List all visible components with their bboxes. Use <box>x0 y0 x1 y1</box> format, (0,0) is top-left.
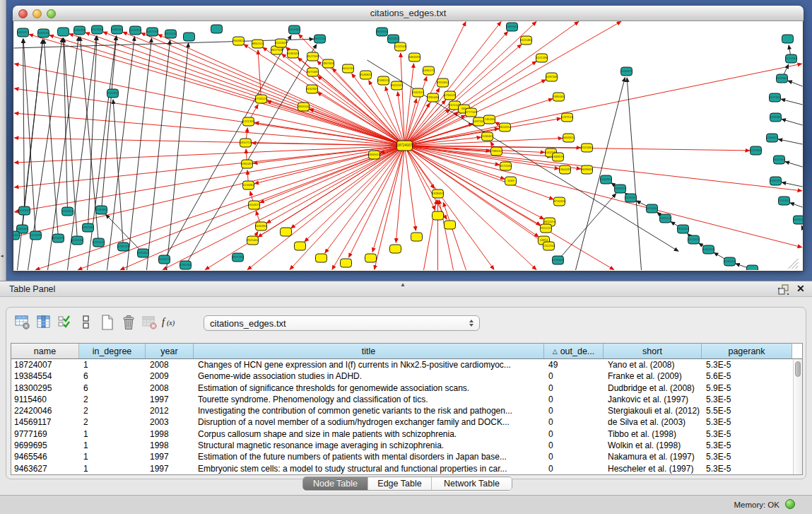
graph-node[interactable]: 7663822 <box>233 37 245 45</box>
graph-node[interactable]: 1115688 <box>30 231 42 240</box>
graph-node[interactable] <box>782 35 794 43</box>
graph-node[interactable]: 1467138 <box>146 28 158 36</box>
graph-node[interactable]: 1145194 <box>71 236 83 245</box>
graph-node[interactable]: 1621064 <box>773 156 785 164</box>
graph-node[interactable]: 1964095 <box>559 165 571 174</box>
graph-node[interactable]: 7815526 <box>165 30 177 38</box>
close-panel-icon[interactable]: ✕ <box>796 283 805 294</box>
row-height-button[interactable] <box>76 315 97 333</box>
graph-node[interactable]: 8454749 <box>342 64 354 73</box>
graph-node[interactable]: 1516682 <box>242 181 254 189</box>
graph-node[interactable]: 1990446 <box>427 93 439 102</box>
graph-node[interactable]: 1735992 <box>95 206 107 214</box>
tab-edge-table[interactable]: Edge Table <box>368 477 432 490</box>
graph-node[interactable]: 1640994 <box>255 222 267 230</box>
splitter-grip-icon[interactable]: ▲ <box>400 281 406 288</box>
graph-node[interactable]: 9115460 <box>581 144 593 152</box>
graph-node[interactable]: 6379197 <box>625 194 637 202</box>
network-graph[interactable]: 1405572206914010653281527602646616010719… <box>13 21 803 270</box>
graph-node[interactable]: 1701650 <box>778 197 790 205</box>
graph-node[interactable]: 1071912 <box>129 26 141 35</box>
column-header-in_degree[interactable]: in_degree <box>79 344 146 358</box>
graph-node[interactable]: 2935114 <box>659 214 671 223</box>
graph-node[interactable] <box>295 242 306 250</box>
graph-node[interactable]: 1640954 <box>600 175 612 184</box>
graph-node[interactable]: 2718120 <box>255 95 267 103</box>
column-visibility-button[interactable] <box>33 315 54 333</box>
table-settings-button[interactable] <box>12 315 33 333</box>
graph-node[interactable]: 4572040 <box>500 162 512 170</box>
column-header-title[interactable]: title <box>194 344 544 358</box>
graph-node[interactable]: 8215958 <box>750 146 762 155</box>
graph-node[interactable]: 1132541 <box>394 42 406 51</box>
graph-node[interactable]: 1527602 <box>91 25 103 34</box>
graph-node[interactable]: 6466160 <box>111 25 123 34</box>
delete-columns-button[interactable] <box>118 315 139 333</box>
graph-node[interactable]: 1297511 <box>561 113 573 122</box>
table-vertical-scrollbar[interactable] <box>793 359 802 474</box>
graph-node[interactable]: 1065328 <box>73 26 86 35</box>
graph-node[interactable] <box>58 28 69 36</box>
graph-node[interactable]: 1695810 <box>137 249 149 257</box>
graph-node[interactable]: 9777169 <box>465 108 477 117</box>
graph-node[interactable]: 1069 <box>505 177 517 185</box>
graph-node[interactable]: 1214275 <box>52 234 64 243</box>
graph-node[interactable]: 6794028 <box>444 91 456 100</box>
graph-node[interactable]: 1588520 <box>377 76 389 85</box>
graph-node[interactable]: 9463627 <box>563 134 575 142</box>
graph-node[interactable]: 8186328 <box>287 49 299 58</box>
table-row[interactable]: 1872400712008Changes of HCN gene express… <box>11 359 793 370</box>
graph-node[interactable]: 1250513 <box>93 238 105 247</box>
graph-node[interactable]: 2069140 <box>37 29 49 37</box>
graph-node[interactable]: 1575187 <box>785 54 797 63</box>
graph-node[interactable]: 7955812 <box>437 78 449 87</box>
graph-node[interactable] <box>445 221 456 229</box>
graph-node[interactable]: 1830029 <box>368 151 380 159</box>
graph-node[interactable]: 1795725 <box>117 243 129 251</box>
graph-hub-node[interactable]: 18724007 <box>396 141 412 151</box>
graph-node[interactable]: 1221336 <box>242 117 254 126</box>
graph-node[interactable]: 2520605 <box>18 206 30 215</box>
table-row[interactable]: 946554611997Estimation of the future num… <box>11 451 793 462</box>
graph-node[interactable]: 1065411 <box>702 245 714 254</box>
select-all-button[interactable] <box>54 315 76 333</box>
graph-node[interactable]: 9245052 <box>724 257 736 266</box>
graph-node[interactable]: 252254 <box>543 242 555 250</box>
graph-node[interactable]: 9146821 <box>360 71 372 79</box>
graph-node[interactable]: 3915912 <box>13 231 20 240</box>
graph-node[interactable]: 1097349 <box>546 73 558 81</box>
table-row[interactable]: 946362711997Embryonic stem cells: a mode… <box>11 463 793 474</box>
graph-node[interactable]: 2036445 <box>481 132 493 141</box>
graph-node[interactable]: 2803144 <box>298 103 310 111</box>
function-builder-button[interactable]: f(x) <box>160 315 182 333</box>
column-header-year[interactable]: year <box>146 344 194 358</box>
graph-node[interactable]: 9699695 <box>581 165 593 174</box>
graph-node[interactable] <box>747 265 758 270</box>
window-titlebar[interactable]: citations_edges.txt <box>13 6 804 21</box>
table-select[interactable]: citations_edges.txt <box>204 315 480 331</box>
scrollbar-thumb[interactable] <box>795 361 801 377</box>
graph-node[interactable]: 1949578 <box>552 153 564 161</box>
column-header-short[interactable]: short <box>604 344 702 358</box>
graph-node[interactable] <box>390 245 401 253</box>
graph-node[interactable]: 8471676 <box>688 235 700 244</box>
graph-node[interactable]: 8322037 <box>391 81 403 90</box>
graph-node[interactable]: 9475685 <box>307 68 319 76</box>
column-header-pagerank[interactable]: pagerank <box>702 344 792 358</box>
graph-node[interactable]: 9242845 <box>306 85 318 93</box>
table-row[interactable]: 1830029562008Estimation of significance … <box>11 382 793 394</box>
column-header-name[interactable]: name <box>11 344 79 358</box>
graph-node[interactable]: 9227341 <box>769 93 781 102</box>
graph-node[interactable] <box>211 25 223 33</box>
table-row[interactable]: 1938455462009Genome-wide association stu… <box>11 370 793 382</box>
graph-node[interactable]: 9756928 <box>553 197 565 206</box>
graph-node[interactable] <box>433 211 444 220</box>
network-canvas[interactable]: 1405572206914010653281527602646616010719… <box>13 21 804 271</box>
window-resize-grip[interactable] <box>789 259 799 269</box>
graph-node[interactable]: 1522605 <box>275 39 287 47</box>
graph-node[interactable]: 746266 <box>484 115 495 124</box>
table-row[interactable]: 1456911722003Disruption of a novel membe… <box>11 416 793 428</box>
graph-node[interactable]: 1399297 <box>770 177 782 185</box>
graph-node[interactable]: 1938455 <box>432 189 444 198</box>
graph-node[interactable]: 1615480 <box>520 36 532 45</box>
